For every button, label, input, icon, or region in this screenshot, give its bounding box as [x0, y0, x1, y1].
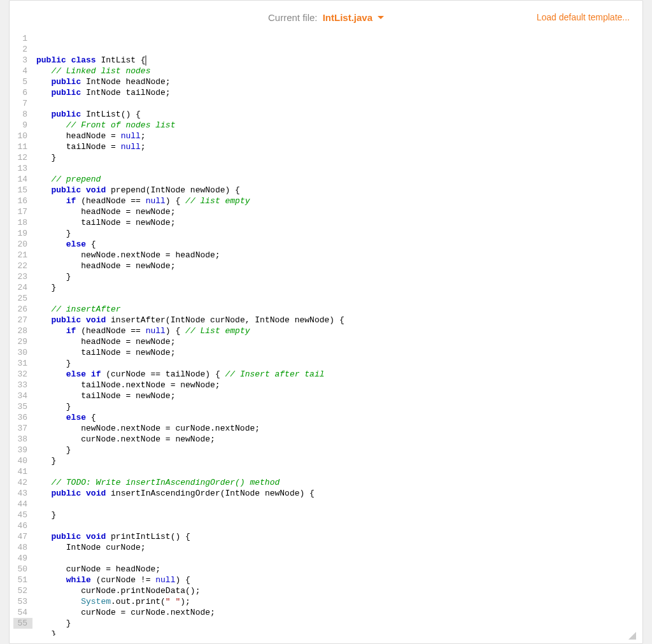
code-line[interactable]: }	[36, 445, 635, 455]
code-line[interactable]: IntNode curNode;	[36, 542, 635, 553]
code-line[interactable]	[36, 520, 635, 531]
line-number: 11	[13, 141, 32, 152]
code-line[interactable]: newNode.nextNode = curNode.nextNode;	[36, 423, 635, 434]
line-number: 16	[13, 196, 32, 206]
line-number: 5	[13, 76, 32, 87]
code-line[interactable]: public void insertInAscendingOrder(IntNo…	[36, 488, 635, 499]
code-line[interactable]: public IntList() {	[36, 109, 635, 120]
line-number: 29	[13, 336, 32, 347]
code-line[interactable]: newNode.nextNode = headNode;	[36, 250, 635, 261]
line-number: 51	[13, 575, 32, 585]
code-line[interactable]: headNode = null;	[36, 131, 635, 141]
line-number: 40	[13, 455, 32, 466]
line-number: 10	[13, 131, 32, 141]
code-line[interactable]	[36, 98, 635, 109]
code-line[interactable]: tailNode = newNode;	[36, 217, 635, 228]
line-number: 7	[13, 98, 32, 109]
code-line[interactable]	[36, 466, 635, 477]
line-number: 13	[13, 163, 32, 174]
code-line[interactable]: headNode = newNode;	[36, 261, 635, 271]
line-number: 35	[13, 401, 32, 412]
code-line[interactable]: curNode = headNode;	[36, 564, 635, 575]
code-line[interactable]: public IntNode headNode;	[36, 76, 635, 87]
filename-text: IntList.java	[323, 12, 372, 23]
code-line[interactable]: while (curNode != null) {	[36, 575, 635, 585]
code-line[interactable]	[36, 499, 635, 510]
line-number: 45	[13, 510, 32, 520]
code-line[interactable]: public void printIntList() {	[36, 531, 635, 542]
code-line[interactable]: else {	[36, 239, 635, 250]
code-line[interactable]: public void insertAfter(IntNode curNode,…	[36, 315, 635, 326]
line-number: 49	[13, 553, 32, 564]
code-line[interactable]: tailNode = newNode;	[36, 347, 635, 358]
code-line[interactable]: headNode = newNode;	[36, 206, 635, 217]
filename-dropdown[interactable]: IntList.java	[323, 12, 384, 23]
line-number: 54	[13, 607, 32, 618]
line-number: 26	[13, 304, 32, 315]
code-line[interactable]: else if (curNode == tailNode) { // Inser…	[36, 369, 635, 380]
line-number: 6	[13, 87, 32, 98]
code-line[interactable]: tailNode.nextNode = newNode;	[36, 380, 635, 390]
code-line[interactable]: }	[36, 455, 635, 466]
code-line[interactable]: }	[36, 282, 635, 293]
line-number: 1	[13, 33, 32, 44]
line-number: 46	[13, 520, 32, 531]
line-number: 18	[13, 217, 32, 228]
line-number: 42	[13, 477, 32, 488]
code-line[interactable]: }	[36, 618, 635, 629]
code-line[interactable]: tailNode = null;	[36, 141, 635, 152]
line-number: 9	[13, 120, 32, 131]
code-line[interactable]: }	[36, 510, 635, 520]
line-number: 31	[13, 358, 32, 369]
code-line[interactable]: if (headNode == null) { // list empty	[36, 196, 635, 206]
code-line[interactable]: tailNode = newNode;	[36, 390, 635, 401]
line-number: 3	[13, 55, 32, 66]
code-line[interactable]: // TODO: Write insertInAscendingOrder() …	[36, 477, 635, 488]
code-line[interactable]: }	[36, 152, 635, 163]
line-number: 44	[13, 499, 32, 510]
code-line[interactable]	[36, 293, 635, 304]
line-number: 17	[13, 206, 32, 217]
current-file-label: Current file:	[268, 12, 318, 23]
line-number: 36	[13, 412, 32, 423]
code-line[interactable]: curNode.nextNode = newNode;	[36, 434, 635, 445]
line-number: 37	[13, 423, 32, 434]
code-line[interactable]: // prepend	[36, 174, 635, 185]
code-line[interactable]: headNode = newNode;	[36, 336, 635, 347]
code-line[interactable]: public IntNode tailNode;	[36, 87, 635, 98]
code-line[interactable]: else {	[36, 412, 635, 423]
code-line[interactable]: }	[36, 228, 635, 239]
code-line[interactable]: }	[36, 271, 635, 282]
load-template-link[interactable]: Load default template...	[537, 12, 630, 22]
code-editor[interactable]: 1234567891011121314151617181920212223242…	[10, 32, 642, 643]
code-line[interactable]: // Linked list nodes	[36, 66, 635, 76]
code-line[interactable]: if (headNode == null) { // List empty	[36, 326, 635, 336]
code-line[interactable]: public class IntList {	[36, 55, 635, 66]
line-number: 47	[13, 531, 32, 542]
code-line[interactable]: }	[36, 358, 635, 369]
page-background: Current file: IntList.java Load default …	[0, 0, 652, 644]
line-number: 25	[13, 293, 32, 304]
code-line[interactable]: System.out.print(" ");	[36, 596, 635, 607]
code-line[interactable]: // Front of nodes list	[36, 120, 635, 131]
line-number: 15	[13, 185, 32, 196]
line-number: 14	[13, 174, 32, 185]
code-line[interactable]	[36, 163, 635, 174]
resize-handle-icon[interactable]	[628, 632, 636, 640]
line-number: 12	[13, 152, 32, 163]
line-number: 2	[13, 44, 32, 55]
code-line[interactable]: curNode.printNodeData();	[36, 585, 635, 596]
code-line[interactable]: public void prepend(IntNode newNode) {	[36, 185, 635, 196]
code-line[interactable]: }	[36, 629, 635, 636]
code-line[interactable]: // insertAfter	[36, 304, 635, 315]
line-number: 22	[13, 261, 32, 271]
line-number: 52	[13, 585, 32, 596]
line-number: 39	[13, 445, 32, 455]
code-line[interactable]: curNode = curNode.nextNode;	[36, 607, 635, 618]
code-line[interactable]: }	[36, 401, 635, 412]
editor-header: Current file: IntList.java Load default …	[10, 1, 642, 32]
code-body[interactable]: public class IntList { // Linked list no…	[32, 32, 635, 636]
code-line[interactable]	[36, 553, 635, 564]
line-number: 32	[13, 369, 32, 380]
line-number: 4	[13, 66, 32, 76]
